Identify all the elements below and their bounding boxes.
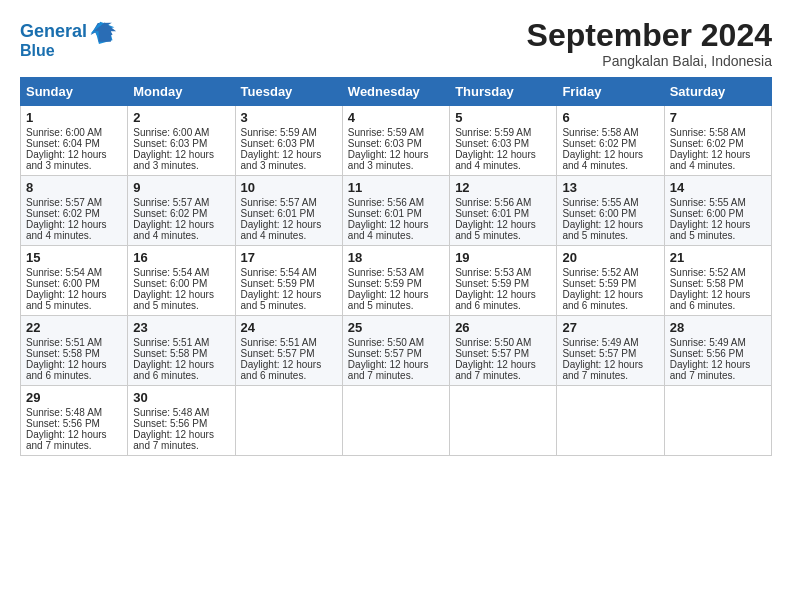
sunrise-text: Sunrise: 5:54 AM xyxy=(26,267,122,278)
day-number: 2 xyxy=(133,110,229,125)
calendar-week-row: 15Sunrise: 5:54 AMSunset: 6:00 PMDayligh… xyxy=(21,246,772,316)
day-number: 8 xyxy=(26,180,122,195)
sunset-text: Sunset: 6:00 PM xyxy=(133,278,229,289)
sunrise-text: Sunrise: 5:56 AM xyxy=(348,197,444,208)
sunrise-text: Sunrise: 5:50 AM xyxy=(455,337,551,348)
col-friday: Friday xyxy=(557,78,664,106)
day-number: 10 xyxy=(241,180,337,195)
col-saturday: Saturday xyxy=(664,78,771,106)
day-number: 17 xyxy=(241,250,337,265)
sunrise-text: Sunrise: 5:53 AM xyxy=(455,267,551,278)
calendar-table: Sunday Monday Tuesday Wednesday Thursday… xyxy=(20,77,772,456)
daylight-text: Daylight: 12 hours and 3 minutes. xyxy=(241,149,337,171)
day-number: 11 xyxy=(348,180,444,195)
calendar-cell: 15Sunrise: 5:54 AMSunset: 6:00 PMDayligh… xyxy=(21,246,128,316)
calendar-week-row: 22Sunrise: 5:51 AMSunset: 5:58 PMDayligh… xyxy=(21,316,772,386)
calendar-cell: 21Sunrise: 5:52 AMSunset: 5:58 PMDayligh… xyxy=(664,246,771,316)
daylight-text: Daylight: 12 hours and 7 minutes. xyxy=(348,359,444,381)
col-tuesday: Tuesday xyxy=(235,78,342,106)
daylight-text: Daylight: 12 hours and 3 minutes. xyxy=(133,149,229,171)
sunset-text: Sunset: 6:02 PM xyxy=(26,208,122,219)
day-number: 5 xyxy=(455,110,551,125)
sunset-text: Sunset: 5:59 PM xyxy=(455,278,551,289)
calendar-cell xyxy=(450,386,557,456)
calendar-cell: 6Sunrise: 5:58 AMSunset: 6:02 PMDaylight… xyxy=(557,106,664,176)
day-number: 4 xyxy=(348,110,444,125)
calendar-cell: 2Sunrise: 6:00 AMSunset: 6:03 PMDaylight… xyxy=(128,106,235,176)
daylight-text: Daylight: 12 hours and 6 minutes. xyxy=(241,359,337,381)
sunset-text: Sunset: 6:03 PM xyxy=(241,138,337,149)
day-number: 19 xyxy=(455,250,551,265)
sunset-text: Sunset: 6:02 PM xyxy=(670,138,766,149)
calendar-cell xyxy=(557,386,664,456)
sunrise-text: Sunrise: 5:54 AM xyxy=(241,267,337,278)
sunset-text: Sunset: 5:56 PM xyxy=(133,418,229,429)
daylight-text: Daylight: 12 hours and 4 minutes. xyxy=(455,149,551,171)
calendar-cell xyxy=(664,386,771,456)
location-subtitle: Pangkalan Balai, Indonesia xyxy=(527,53,772,69)
day-number: 23 xyxy=(133,320,229,335)
calendar-cell: 10Sunrise: 5:57 AMSunset: 6:01 PMDayligh… xyxy=(235,176,342,246)
daylight-text: Daylight: 12 hours and 5 minutes. xyxy=(670,219,766,241)
sunset-text: Sunset: 5:57 PM xyxy=(455,348,551,359)
sunset-text: Sunset: 6:02 PM xyxy=(133,208,229,219)
calendar-cell: 19Sunrise: 5:53 AMSunset: 5:59 PMDayligh… xyxy=(450,246,557,316)
sunset-text: Sunset: 6:03 PM xyxy=(348,138,444,149)
daylight-text: Daylight: 12 hours and 6 minutes. xyxy=(26,359,122,381)
calendar-week-row: 1Sunrise: 6:00 AMSunset: 6:04 PMDaylight… xyxy=(21,106,772,176)
sunrise-text: Sunrise: 5:50 AM xyxy=(348,337,444,348)
sunrise-text: Sunrise: 5:59 AM xyxy=(241,127,337,138)
sunset-text: Sunset: 6:01 PM xyxy=(348,208,444,219)
sunrise-text: Sunrise: 5:51 AM xyxy=(26,337,122,348)
daylight-text: Daylight: 12 hours and 5 minutes. xyxy=(133,289,229,311)
calendar-cell: 3Sunrise: 5:59 AMSunset: 6:03 PMDaylight… xyxy=(235,106,342,176)
daylight-text: Daylight: 12 hours and 6 minutes. xyxy=(455,289,551,311)
calendar-cell: 11Sunrise: 5:56 AMSunset: 6:01 PMDayligh… xyxy=(342,176,449,246)
calendar-cell xyxy=(342,386,449,456)
daylight-text: Daylight: 12 hours and 3 minutes. xyxy=(348,149,444,171)
calendar-cell: 20Sunrise: 5:52 AMSunset: 5:59 PMDayligh… xyxy=(557,246,664,316)
sunset-text: Sunset: 5:58 PM xyxy=(26,348,122,359)
day-number: 12 xyxy=(455,180,551,195)
sunrise-text: Sunrise: 5:48 AM xyxy=(133,407,229,418)
day-number: 6 xyxy=(562,110,658,125)
sunrise-text: Sunrise: 5:57 AM xyxy=(241,197,337,208)
logo: General Blue xyxy=(20,18,117,60)
day-number: 20 xyxy=(562,250,658,265)
page: General Blue September 2024 Pangkalan Ba… xyxy=(0,0,792,474)
day-number: 15 xyxy=(26,250,122,265)
calendar-cell: 18Sunrise: 5:53 AMSunset: 5:59 PMDayligh… xyxy=(342,246,449,316)
title-block: September 2024 Pangkalan Balai, Indonesi… xyxy=(527,18,772,69)
calendar-header-row: Sunday Monday Tuesday Wednesday Thursday… xyxy=(21,78,772,106)
day-number: 18 xyxy=(348,250,444,265)
logo-icon xyxy=(89,18,117,46)
daylight-text: Daylight: 12 hours and 7 minutes. xyxy=(455,359,551,381)
sunrise-text: Sunrise: 5:51 AM xyxy=(133,337,229,348)
sunrise-text: Sunrise: 5:58 AM xyxy=(670,127,766,138)
sunrise-text: Sunrise: 5:58 AM xyxy=(562,127,658,138)
sunset-text: Sunset: 6:03 PM xyxy=(133,138,229,149)
sunrise-text: Sunrise: 5:57 AM xyxy=(26,197,122,208)
calendar-cell: 9Sunrise: 5:57 AMSunset: 6:02 PMDaylight… xyxy=(128,176,235,246)
calendar-cell: 23Sunrise: 5:51 AMSunset: 5:58 PMDayligh… xyxy=(128,316,235,386)
sunset-text: Sunset: 6:01 PM xyxy=(455,208,551,219)
day-number: 16 xyxy=(133,250,229,265)
day-number: 7 xyxy=(670,110,766,125)
daylight-text: Daylight: 12 hours and 5 minutes. xyxy=(348,289,444,311)
day-number: 30 xyxy=(133,390,229,405)
calendar-cell: 5Sunrise: 5:59 AMSunset: 6:03 PMDaylight… xyxy=(450,106,557,176)
sunset-text: Sunset: 6:00 PM xyxy=(562,208,658,219)
day-number: 22 xyxy=(26,320,122,335)
daylight-text: Daylight: 12 hours and 7 minutes. xyxy=(562,359,658,381)
sunrise-text: Sunrise: 5:55 AM xyxy=(670,197,766,208)
calendar-cell: 7Sunrise: 5:58 AMSunset: 6:02 PMDaylight… xyxy=(664,106,771,176)
sunset-text: Sunset: 5:58 PM xyxy=(670,278,766,289)
day-number: 26 xyxy=(455,320,551,335)
sunset-text: Sunset: 6:03 PM xyxy=(455,138,551,149)
day-number: 25 xyxy=(348,320,444,335)
sunrise-text: Sunrise: 5:55 AM xyxy=(562,197,658,208)
sunrise-text: Sunrise: 5:56 AM xyxy=(455,197,551,208)
col-sunday: Sunday xyxy=(21,78,128,106)
daylight-text: Daylight: 12 hours and 6 minutes. xyxy=(133,359,229,381)
sunrise-text: Sunrise: 5:49 AM xyxy=(562,337,658,348)
